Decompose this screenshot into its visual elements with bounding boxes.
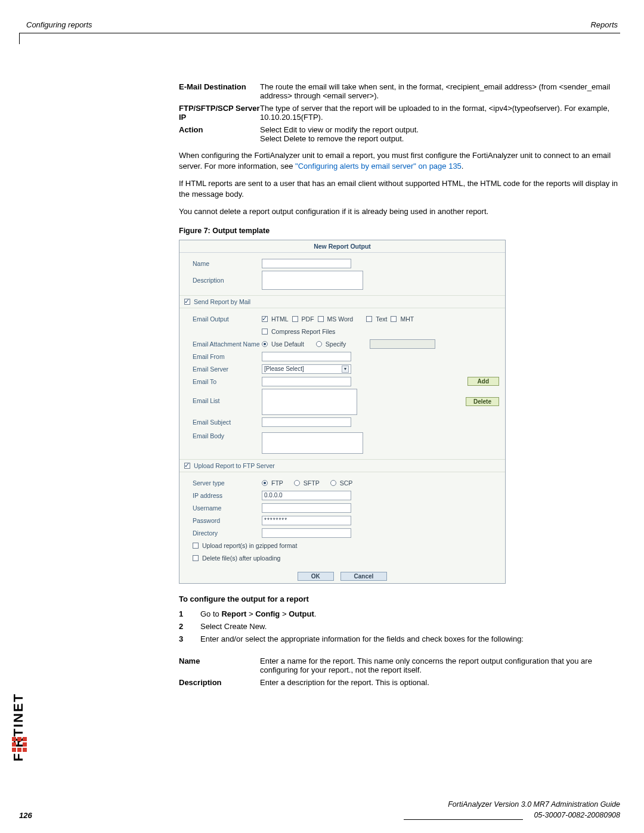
logo-icon: [12, 737, 27, 752]
lbl-to: Email To: [185, 378, 262, 385]
lbl-attach: Email Attachment Name: [185, 340, 262, 348]
def-term-action: Action: [179, 125, 260, 143]
lbl-pdf: PDF: [302, 315, 314, 323]
fld-list[interactable]: [262, 389, 357, 415]
cb-mht[interactable]: [391, 316, 397, 322]
figure-output-template: New Report Output Name Description Send …: [179, 240, 506, 584]
def-term-ftp-ip: FTP/SFTP/SCP Server IP: [179, 104, 260, 122]
cb-html[interactable]: [262, 316, 268, 322]
step-num-2: 2: [179, 622, 200, 631]
step-text-3: Enter and/or select the appropriate info…: [200, 634, 624, 643]
fld-dir[interactable]: [262, 528, 351, 538]
header-left: Configuring reports: [26, 20, 92, 29]
lbl-user: Username: [185, 504, 262, 512]
fld-from[interactable]: [262, 352, 351, 361]
fld-specify-input[interactable]: [370, 339, 435, 349]
lbl-text: Text: [376, 315, 387, 323]
chevron-down-icon: ▾: [342, 366, 349, 373]
step-num-3: 3: [179, 634, 200, 643]
lbl-ip: IP address: [185, 492, 262, 499]
link-configuring-alerts[interactable]: "Configuring alerts by email server" on …: [295, 162, 462, 171]
def-term-email-dest: E-Mail Destination: [179, 82, 260, 100]
para1b: .: [462, 162, 464, 171]
cb-send-mail[interactable]: [184, 299, 190, 305]
lbl-upload-ftp: Upload Report to FTP Server: [194, 462, 275, 469]
btn-add[interactable]: Add: [467, 377, 499, 386]
page-number: 126: [19, 811, 32, 820]
fld-desc-input[interactable]: [262, 271, 363, 290]
fld-name-label: Name: [185, 260, 262, 267]
def-desc-action: Select Edit to view or modify the report…: [260, 125, 624, 143]
rb-specify[interactable]: [316, 341, 322, 347]
cb-compress[interactable]: [262, 329, 268, 335]
lbl-stype: Server type: [185, 479, 262, 487]
lbl-send-mail: Send Report by Mail: [194, 298, 250, 305]
def2-desc-name: Enter a name for the report. This name o…: [260, 657, 624, 674]
btn-ok[interactable]: OK: [298, 572, 334, 581]
fld-name-input[interactable]: [262, 259, 351, 268]
lbl-pass: Password: [185, 517, 262, 524]
lbl-body: Email Body: [185, 432, 262, 439]
para2: If HTML reports are sent to a user that …: [179, 178, 624, 199]
lbl-html: HTML: [271, 315, 289, 323]
lbl-specify: Specify: [326, 340, 346, 348]
lbl-delafter: Delete file(s) after uploading: [202, 555, 280, 562]
def2-term-name: Name: [179, 657, 260, 674]
steps-title: To configure the output for a report: [179, 594, 624, 603]
footer-line2: 05-30007-0082-20080908: [534, 810, 620, 820]
fld-ip[interactable]: 0.0.0.0: [262, 491, 351, 500]
sel-server[interactable]: [Please Select]▾: [262, 364, 351, 374]
fld-body[interactable]: [262, 432, 363, 454]
rb-usedefault[interactable]: [262, 341, 268, 347]
fld-to[interactable]: [262, 377, 351, 386]
lbl-usedefault: Use Default: [271, 340, 304, 348]
header-right: Reports: [590, 20, 618, 29]
fld-subj[interactable]: [262, 417, 351, 427]
brand-logo: F RTINET: [11, 693, 26, 761]
lbl-server: Email Server: [185, 366, 262, 373]
rb-scp[interactable]: [330, 480, 336, 486]
figure-caption: Figure 7: Output template: [179, 227, 624, 235]
lbl-msword: MS Word: [327, 315, 354, 323]
btn-cancel[interactable]: Cancel: [340, 572, 388, 581]
step-text-1: Go to Report > Config > Output.: [200, 609, 624, 618]
para3: You cannot delete a report output config…: [179, 206, 624, 217]
cb-pdf[interactable]: [292, 316, 298, 322]
def-desc-email-dest: The route the email will take when sent,…: [260, 82, 624, 100]
lbl-subj: Email Subject: [185, 419, 262, 426]
lbl-mht: MHT: [400, 315, 414, 323]
step-num-1: 1: [179, 609, 200, 618]
def2-term-desc: Description: [179, 678, 260, 687]
cb-gzip[interactable]: [193, 543, 199, 549]
cb-msword[interactable]: [318, 316, 324, 322]
lbl-list: Email List: [185, 389, 262, 404]
cb-delafter[interactable]: [193, 555, 199, 561]
rb-ftp[interactable]: [262, 480, 268, 486]
cb-upload-ftp[interactable]: [184, 463, 190, 469]
def2-desc-desc: Enter a description for the report. This…: [260, 678, 624, 687]
def-desc-ftp-ip: The type of server that the report will …: [260, 104, 624, 122]
fld-pass[interactable]: ********: [262, 516, 351, 525]
cb-text[interactable]: [366, 316, 372, 322]
lbl-compress: Compress Report Files: [271, 328, 335, 335]
lbl-dir: Directory: [185, 529, 262, 537]
figure-title: New Report Output: [179, 240, 505, 253]
lbl-scp: SCP: [340, 479, 353, 487]
fld-desc-label: Description: [185, 277, 262, 284]
fld-user[interactable]: [262, 503, 351, 513]
btn-delete[interactable]: Delete: [466, 397, 499, 406]
lbl-sftp: SFTP: [304, 479, 320, 487]
rb-sftp[interactable]: [294, 480, 300, 486]
lbl-ftp: FTP: [271, 479, 283, 487]
lbl-from: Email From: [185, 353, 262, 360]
step-text-2: Select Create New.: [200, 622, 624, 631]
footer-line1: FortiAnalyzer Version 3.0 MR7 Administra…: [19, 800, 620, 809]
lbl-email-output: Email Output: [185, 315, 262, 323]
lbl-gzip: Upload report(s) in gzipped format: [202, 542, 297, 549]
